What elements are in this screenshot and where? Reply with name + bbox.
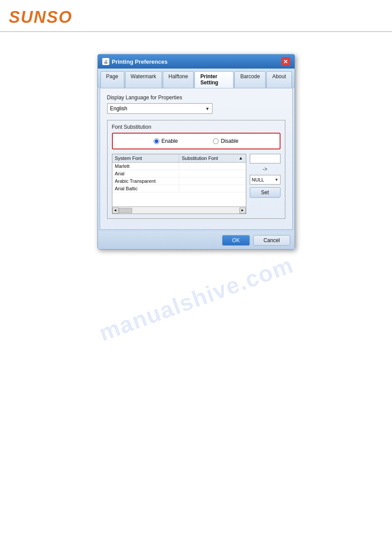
scroll-right-arrow[interactable]: ► bbox=[240, 207, 246, 214]
sub-font-input[interactable] bbox=[250, 154, 281, 163]
system-font-cell: Arial bbox=[112, 170, 180, 177]
system-font-cell: Arabic Transparent bbox=[112, 178, 180, 185]
system-font-cell: Marlett bbox=[112, 163, 180, 170]
font-row: Arial Baltic bbox=[112, 185, 246, 192]
set-button[interactable]: Set bbox=[250, 187, 281, 198]
sub-font-cell bbox=[179, 185, 246, 192]
disable-radio[interactable] bbox=[213, 138, 219, 144]
system-font-cell: Arial Baltic bbox=[112, 185, 180, 192]
dialog-body: Display Language for Properties English … bbox=[100, 88, 293, 230]
disable-label: Disable bbox=[221, 138, 238, 144]
language-dropdown-row: English ▼ bbox=[107, 103, 285, 114]
sub-font-header: Substitution Font ▲ bbox=[179, 154, 246, 162]
watermark: manualshive.com bbox=[95, 251, 297, 346]
arrow-label: -> bbox=[250, 166, 281, 172]
dialog-icon: 🖨 bbox=[102, 58, 109, 65]
tab-about[interactable]: About bbox=[266, 71, 291, 88]
tab-printer-setting[interactable]: Printer Setting bbox=[194, 71, 234, 88]
system-font-header: System Font bbox=[112, 154, 180, 162]
scroll-track[interactable] bbox=[119, 207, 240, 214]
language-dropdown[interactable]: English bbox=[107, 103, 212, 114]
sub-font-cell bbox=[179, 178, 246, 185]
scroll-left-arrow[interactable]: ◄ bbox=[112, 207, 119, 214]
horizontal-scrollbar[interactable]: ◄ ► bbox=[112, 207, 246, 214]
enable-label: Enable bbox=[162, 138, 178, 144]
ok-button[interactable]: OK bbox=[222, 235, 250, 246]
font-substitution-section: Font Substitution Enable Disable bbox=[107, 120, 285, 219]
null-dropdown-wrapper: NULL ▼ bbox=[250, 175, 281, 185]
disable-radio-label[interactable]: Disable bbox=[213, 138, 238, 144]
close-button[interactable]: ✕ bbox=[281, 57, 290, 66]
font-list: System Font Substitution Font ▲ Marlett bbox=[112, 154, 246, 214]
font-sub-label: Font Substitution bbox=[112, 124, 281, 130]
dialog-title: Printing Preferences bbox=[112, 58, 168, 65]
enable-radio[interactable] bbox=[154, 138, 159, 144]
logo-text: SUNSO bbox=[9, 8, 72, 27]
font-table-area: System Font Substitution Font ▲ Marlett bbox=[112, 154, 281, 214]
header: SUNSO bbox=[0, 0, 392, 32]
font-row: Arabic Transparent bbox=[112, 178, 246, 185]
font-list-container: System Font Substitution Font ▲ Marlett bbox=[112, 154, 246, 207]
tab-page[interactable]: Page bbox=[101, 71, 124, 88]
font-row: Arial bbox=[112, 170, 246, 178]
font-sub-radio-group: Enable Disable bbox=[112, 133, 281, 149]
tab-halftone[interactable]: Halftone bbox=[163, 71, 194, 88]
cancel-button[interactable]: Cancel bbox=[253, 235, 290, 246]
tab-barcode[interactable]: Barcode bbox=[234, 71, 266, 88]
printing-preferences-dialog: 🖨 Printing Preferences ✕ Page Watermark … bbox=[97, 54, 295, 250]
font-row: Marlett bbox=[112, 163, 246, 170]
sub-font-cell bbox=[179, 170, 246, 177]
language-section-label: Display Language for Properties bbox=[107, 94, 285, 101]
enable-radio-label[interactable]: Enable bbox=[154, 138, 178, 144]
tab-watermark[interactable]: Watermark bbox=[125, 71, 162, 88]
null-dropdown[interactable]: NULL bbox=[250, 175, 281, 185]
main-content: 🖨 Printing Preferences ✕ Page Watermark … bbox=[0, 32, 392, 250]
language-dropdown-wrapper: English ▼ bbox=[107, 103, 212, 114]
sub-font-cell bbox=[179, 163, 246, 170]
scroll-thumb[interactable] bbox=[119, 208, 132, 213]
font-list-header: System Font Substitution Font ▲ bbox=[112, 154, 246, 163]
right-controls: -> NULL ▼ Set bbox=[250, 154, 281, 214]
title-bar-left: 🖨 Printing Preferences bbox=[102, 58, 168, 65]
logo: SUNSO bbox=[9, 8, 383, 27]
font-list-body[interactable]: Marlett Arial Arabic Transparent bbox=[112, 163, 246, 207]
title-bar: 🖨 Printing Preferences ✕ bbox=[98, 54, 295, 69]
tabs-bar: Page Watermark Halftone Printer Setting … bbox=[98, 69, 295, 88]
dialog-footer: OK Cancel bbox=[98, 232, 295, 249]
